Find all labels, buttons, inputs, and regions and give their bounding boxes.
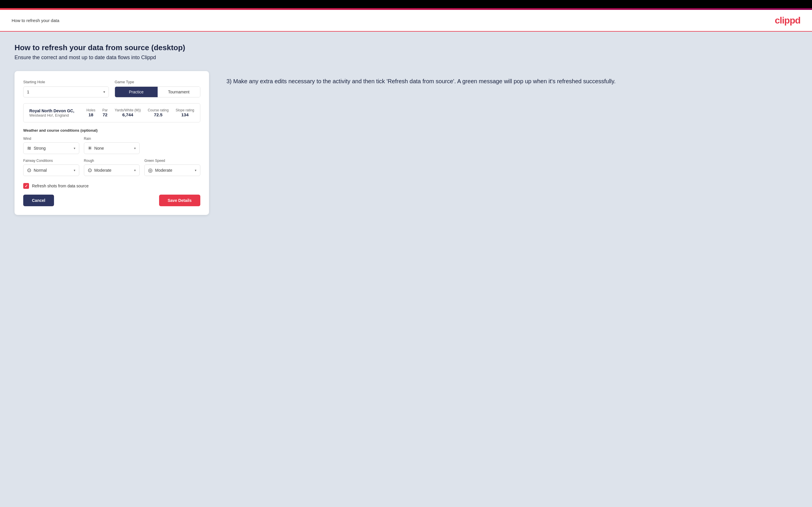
course-name-section: Royal North Devon GC, Westward Ho!, Engl…	[29, 109, 87, 117]
refresh-checkbox-row: ✓ Refresh shots from data source	[23, 183, 200, 189]
par-label: Par	[102, 108, 108, 112]
wind-dropdown[interactable]: ≋ Strong ▾	[23, 143, 79, 154]
par-stat: Par 72	[102, 108, 108, 117]
fairway-group: Fairway Conditions ⊙ Normal ▾	[23, 159, 79, 176]
fairway-dropdown[interactable]: ⊙ Normal ▾	[23, 164, 79, 176]
rough-icon: ⊙	[88, 167, 92, 173]
clippd-logo: clippd	[775, 15, 800, 26]
rain-group: Rain ✳ None ▾	[84, 136, 140, 154]
side-text: 3) Make any extra edits necessary to the…	[226, 71, 798, 86]
wind-label: Wind	[23, 136, 79, 141]
refresh-label: Refresh shots from data source	[32, 184, 89, 188]
fairway-value: Normal	[34, 168, 47, 173]
top-form-row: Starting Hole 1 10 ▾ Game Type Practice …	[23, 80, 200, 98]
course-stats: Holes 18 Par 72 Yards/White (M)) 6,744 C…	[87, 108, 194, 117]
header: How to refresh your data clippd	[0, 10, 812, 32]
tournament-button[interactable]: Tournament	[158, 87, 200, 97]
green-speed-chevron: ▾	[195, 169, 197, 172]
rough-label: Rough	[84, 159, 140, 163]
wind-chevron: ▾	[74, 147, 75, 150]
fairway-label: Fairway Conditions	[23, 159, 79, 163]
starting-hole-group: Starting Hole 1 10 ▾	[23, 80, 109, 98]
rain-value: None	[94, 146, 104, 151]
wind-group: Wind ≋ Strong ▾	[23, 136, 79, 154]
fairway-icon-label: ⊙ Normal	[27, 167, 47, 173]
fairway-chevron: ▾	[74, 169, 75, 172]
yards-value: 6,744	[122, 112, 133, 117]
game-type-label: Game Type	[115, 80, 200, 84]
yards-label: Yards/White (M))	[115, 108, 141, 112]
holes-stat: Holes 18	[87, 108, 96, 117]
wind-icon-label: ≋ Strong	[27, 145, 46, 152]
checkmark-icon: ✓	[25, 184, 28, 188]
side-description: 3) Make any extra edits necessary to the…	[226, 77, 798, 86]
rain-icon-label: ✳ None	[88, 145, 104, 152]
rough-chevron: ▾	[134, 169, 136, 172]
weather-section-title: Weather and course conditions (optional)	[23, 128, 200, 132]
form-panel: Starting Hole 1 10 ▾ Game Type Practice …	[14, 71, 209, 215]
rain-dropdown[interactable]: ✳ None ▾	[84, 143, 140, 154]
slope-rating-stat: Slope rating 134	[175, 108, 194, 117]
rough-dropdown[interactable]: ⊙ Moderate ▾	[84, 164, 140, 176]
yards-stat: Yards/White (M)) 6,744	[115, 108, 141, 117]
green-speed-dropdown[interactable]: ◎ Moderate ▾	[144, 164, 200, 176]
green-speed-label: Green Speed	[144, 159, 200, 163]
content-row: Starting Hole 1 10 ▾ Game Type Practice …	[14, 71, 798, 215]
page-heading: How to refresh your data from source (de…	[14, 43, 798, 52]
slope-rating-value: 134	[181, 112, 189, 117]
course-rating-stat: Course rating 72.5	[148, 108, 169, 117]
game-type-group: Game Type Practice Tournament	[115, 80, 200, 98]
course-info-box: Royal North Devon GC, Westward Ho!, Engl…	[23, 103, 200, 122]
course-location: Westward Ho!, England	[29, 113, 87, 117]
green-speed-group: Green Speed ◎ Moderate ▾	[144, 159, 200, 176]
rough-value: Moderate	[94, 168, 111, 173]
starting-hole-label: Starting Hole	[23, 80, 109, 84]
game-type-toggle: Practice Tournament	[115, 87, 200, 98]
course-rating-value: 72.5	[154, 112, 162, 117]
save-button[interactable]: Save Details	[159, 194, 201, 206]
spacer	[144, 136, 200, 154]
holes-value: 18	[89, 112, 94, 117]
par-value: 72	[102, 112, 107, 117]
header-title: How to refresh your data	[12, 18, 59, 23]
page-subheading: Ensure the correct and most up to date d…	[14, 55, 798, 61]
rough-group: Rough ⊙ Moderate ▾	[84, 159, 140, 176]
main-content: How to refresh your data from source (de…	[0, 32, 812, 507]
wind-value: Strong	[34, 146, 46, 151]
starting-hole-select-wrapper[interactable]: 1 10 ▾	[23, 87, 109, 98]
wind-icon: ≋	[27, 145, 31, 152]
refresh-checkbox[interactable]: ✓	[23, 183, 29, 189]
green-speed-value: Moderate	[155, 168, 172, 173]
rain-label: Rain	[84, 136, 140, 141]
conditions-row: Fairway Conditions ⊙ Normal ▾ Rough ⊙	[23, 159, 200, 176]
cancel-button[interactable]: Cancel	[23, 194, 54, 206]
practice-button[interactable]: Practice	[115, 87, 158, 97]
starting-hole-select[interactable]: 1 10	[23, 87, 109, 97]
green-speed-icon: ◎	[148, 167, 153, 173]
green-speed-icon-label: ◎ Moderate	[148, 167, 172, 173]
buttons-row: Cancel Save Details	[23, 194, 200, 206]
top-bar	[0, 0, 812, 8]
fairway-icon: ⊙	[27, 167, 31, 173]
rain-icon: ✳	[88, 145, 92, 152]
rain-chevron: ▾	[134, 147, 136, 150]
course-name: Royal North Devon GC,	[29, 109, 87, 113]
holes-label: Holes	[87, 108, 96, 112]
wind-rain-row: Wind ≋ Strong ▾ Rain ✳ None	[23, 136, 200, 154]
course-rating-label: Course rating	[148, 108, 169, 112]
rough-icon-label: ⊙ Moderate	[88, 167, 111, 173]
slope-rating-label: Slope rating	[175, 108, 194, 112]
